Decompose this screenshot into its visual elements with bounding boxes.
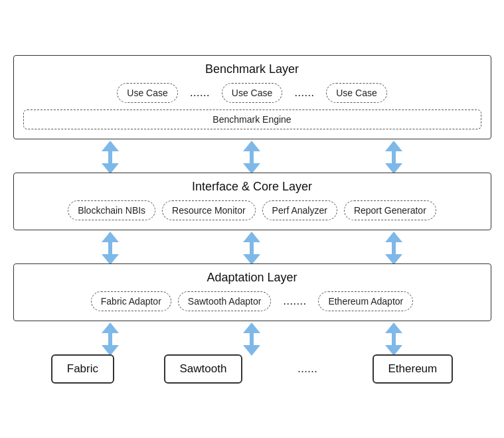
resource-monitor: Resource Monitor	[162, 200, 256, 220]
arrow-shaft-9	[392, 333, 396, 345]
adaptation-items: Fabric Adaptor Sawtooth Adaptor ....... …	[23, 291, 481, 311]
benchmark-use-cases: Use Case ...... Use Case ...... Use Case	[23, 83, 481, 103]
perf-analyzer: Perf Analyzer	[262, 200, 337, 220]
adaptation-layer-title: Adaptation Layer	[23, 271, 481, 285]
arrows-row-2	[13, 230, 491, 263]
report-generator: Report Generator	[344, 200, 436, 220]
arrow-4	[102, 232, 119, 262]
arrow-head-up-4	[102, 232, 119, 242]
arrow-9	[385, 323, 402, 353]
architecture-diagram: Benchmark Layer Use Case ...... Use Case…	[13, 55, 491, 384]
arrows-row-3	[13, 321, 491, 354]
arrow-head-up-1	[102, 141, 119, 151]
interface-items: Blockchain NBIs Resource Monitor Perf An…	[23, 200, 481, 220]
benchmark-ellipsis: ......	[185, 86, 215, 100]
blockchain-nbis: Blockchain NBIs	[68, 200, 155, 220]
arrows-row-1	[13, 139, 491, 173]
arrow-head-up-3	[385, 141, 402, 151]
interface-layer-title: Interface & Core Layer	[23, 180, 481, 194]
arrow-3	[385, 141, 402, 171]
arrow-head-up-7	[102, 323, 119, 333]
arrow-head-up-6	[385, 232, 402, 242]
arrow-head-up-5	[243, 232, 260, 242]
arrow-shaft-8	[250, 333, 254, 345]
sawtooth-adaptor: Sawtooth Adaptor	[178, 291, 272, 311]
arrow-head-up-2	[243, 141, 260, 151]
use-case-1: Use Case	[117, 83, 177, 103]
benchmark-ellipsis-2: ......	[289, 86, 319, 100]
sawtooth-node: Sawtooth	[164, 354, 243, 384]
arrow-head-up-8	[243, 323, 260, 333]
ethereum-node: Ethereum	[373, 354, 454, 384]
benchmark-engine: Benchmark Engine	[23, 110, 481, 129]
arrow-7	[102, 323, 119, 353]
arrow-6	[385, 232, 402, 262]
arrow-shaft-1	[108, 151, 112, 163]
blockchain-ellipsis: ......	[292, 362, 323, 376]
arrow-shaft-3	[392, 151, 396, 163]
arrow-8	[243, 323, 260, 353]
arrow-shaft-5	[250, 242, 254, 254]
arrow-2	[243, 141, 260, 171]
adaptation-layer: Adaptation Layer Fabric Adaptor Sawtooth…	[13, 263, 491, 321]
blockchain-nodes: Fabric Sawtooth ...... Ethereum	[13, 354, 491, 384]
arrow-5	[243, 232, 260, 262]
arrow-shaft-6	[392, 242, 396, 254]
fabric-adaptor: Fabric Adaptor	[91, 291, 171, 311]
interface-layer: Interface & Core Layer Blockchain NBIs R…	[13, 173, 491, 230]
fabric-node: Fabric	[51, 354, 114, 384]
arrow-shaft-2	[250, 151, 254, 163]
benchmark-layer-title: Benchmark Layer	[23, 62, 481, 76]
arrow-1	[102, 141, 119, 171]
arrow-shaft-4	[108, 242, 112, 254]
use-case-3: Use Case	[326, 83, 386, 103]
ethereum-adaptor: Ethereum Adaptor	[318, 291, 413, 311]
arrow-head-up-9	[385, 323, 402, 333]
use-case-2: Use Case	[222, 83, 282, 103]
benchmark-layer: Benchmark Layer Use Case ...... Use Case…	[13, 55, 491, 139]
arrow-shaft-7	[108, 333, 112, 345]
adaptation-ellipsis: .......	[278, 294, 311, 308]
